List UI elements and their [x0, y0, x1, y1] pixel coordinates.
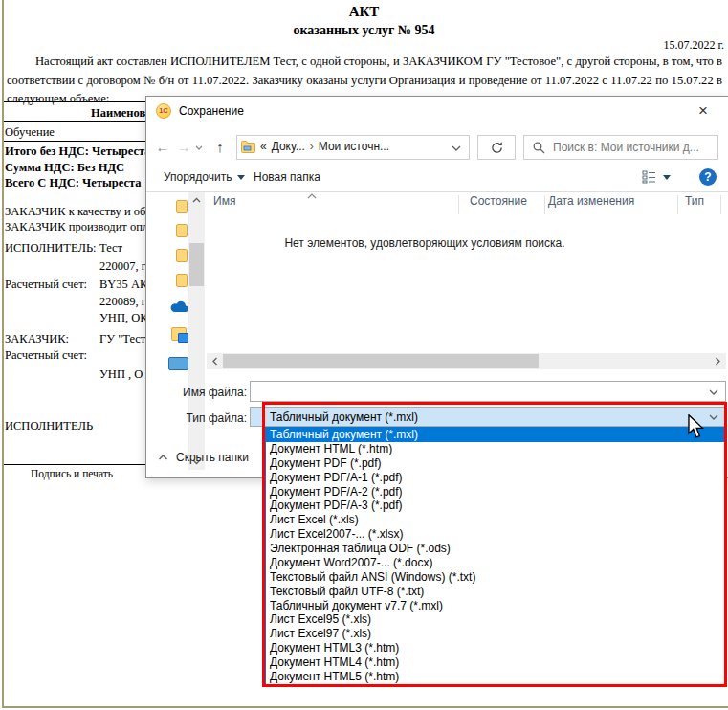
crumb-separator-icon: ›: [310, 140, 314, 153]
breadcrumb-my-sources[interactable]: Мои источн...: [319, 140, 389, 153]
filetype-select[interactable]: Табличный документ (*.mxl): [250, 407, 726, 427]
doc-executor-account: BY35 АК: [99, 277, 147, 292]
dropdown-item[interactable]: Табличный документ v7.7 (*.mxl): [266, 599, 724, 613]
scrollbar-thumb[interactable]: [223, 354, 539, 368]
dropdown-item[interactable]: Лист Excel97 (*.xls): [266, 627, 724, 641]
doc-executor-name: Тест: [99, 241, 122, 255]
scroll-left-icon[interactable]: [209, 353, 222, 369]
doc-sign-caption: Подпись и печать: [10, 468, 134, 479]
organize-label: Упорядочить: [164, 170, 232, 184]
organize-dropdown-icon: [237, 175, 245, 180]
hide-folders-button[interactable]: Скрыть папки: [158, 451, 249, 464]
scroll-up-icon[interactable]: [188, 192, 205, 209]
doc-executor-addr2: 220089, г: [99, 295, 146, 309]
doc-customer-unp: УНП , О: [99, 367, 143, 382]
doc-subtitle: оказанных услуг № 954: [0, 23, 728, 38]
dropdown-item[interactable]: Документ HTML5 (*.htm): [266, 670, 724, 684]
breadcrumb-documents[interactable]: Доку...: [272, 140, 305, 153]
navigation-pane-scrollbar[interactable]: [188, 192, 205, 470]
column-divider[interactable]: [458, 195, 459, 214]
navigation-pane: [146, 192, 188, 470]
column-divider[interactable]: [720, 195, 721, 214]
dropdown-item[interactable]: Документ Word2007-... (*.docx): [266, 556, 724, 570]
address-dropdown-chevron-icon[interactable]: [452, 144, 461, 152]
back-icon[interactable]: ←: [152, 135, 173, 160]
scroll-right-icon[interactable]: [711, 353, 724, 369]
doc-customer-account-label: Расчетный счет:: [5, 348, 87, 363]
column-header-status[interactable]: Состояние: [470, 194, 527, 208]
dropdown-item[interactable]: Документ PDF/A-1 (*.pdf): [266, 471, 724, 485]
new-folder-label: Новая папка: [254, 170, 320, 184]
search-input[interactable]: Поиск в: Мои источники д...: [553, 141, 714, 154]
details-view-icon: [642, 170, 657, 184]
dialog-toolbar: Упорядочить Новая папка ?: [146, 165, 728, 192]
mouse-cursor: [688, 414, 704, 439]
onedrive-icon[interactable]: [170, 300, 188, 313]
dropdown-item[interactable]: Лист Excel (*.xls): [266, 513, 724, 527]
empty-results-message: Нет элементов, удовлетворяющих условиям …: [205, 236, 645, 250]
signature-line: [4, 464, 145, 465]
close-icon[interactable]: ×: [684, 99, 722, 123]
hide-folders-label: Скрыть папки: [176, 451, 249, 464]
doc-date: 15.07.2022 г.: [0, 38, 724, 53]
filename-input[interactable]: [250, 381, 726, 402]
column-divider[interactable]: [544, 195, 545, 214]
dropdown-item[interactable]: Документ PDF/A-2 (*.pdf): [266, 485, 724, 499]
column-header-name[interactable]: Имя: [213, 194, 235, 208]
dropdown-item[interactable]: Текстовый файл UTF-8 (*.txt): [266, 585, 724, 599]
dropdown-item[interactable]: Электронная таблица ODF (*.ods): [266, 542, 724, 556]
filetype-selected-value: Табличный документ (*.mxl): [270, 410, 418, 424]
filetype-chevron-icon[interactable]: [709, 413, 718, 421]
doc-executor-unp: УНП, ОК: [99, 311, 148, 325]
forward-icon[interactable]: →: [173, 135, 194, 160]
doc-account-label: Расчетный счет:: [5, 277, 87, 292]
column-divider[interactable]: [677, 195, 678, 214]
dropdown-item[interactable]: Документ PDF (*.pdf): [266, 456, 724, 471]
doc-executor-addr: 220007, г: [99, 259, 146, 274]
column-header-date[interactable]: Дата изменения: [548, 194, 634, 208]
folder-icon[interactable]: [176, 249, 188, 262]
view-dropdown-icon: [663, 175, 671, 180]
folder-icon[interactable]: [176, 224, 188, 237]
address-bar[interactable]: « Доку... › Мои источн...: [236, 135, 470, 160]
history-chevron-icon[interactable]: [194, 135, 208, 160]
address-collapsed-crumbs[interactable]: «: [260, 140, 267, 153]
dropdown-item[interactable]: Документ HTML (*.htm): [266, 442, 724, 456]
scrollbar-thumb[interactable]: [189, 243, 204, 286]
folder-icon[interactable]: [176, 200, 188, 213]
dropdown-item[interactable]: Текстовый файл ANSI (Windows) (*.txt): [266, 570, 724, 585]
address-folder-icon: [241, 141, 255, 153]
dropdown-item[interactable]: Табличный документ (*.mxl): [266, 428, 724, 442]
doc-total-no-vat: Итого без НДС: Четыреста: [5, 144, 150, 159]
up-icon[interactable]: ↑: [210, 135, 231, 160]
doc-executor-sign: ИСПОЛНИТЕЛЬ: [5, 419, 93, 433]
dropdown-item[interactable]: Документ HTML4 (*.htm): [266, 655, 724, 670]
dialog-titlebar[interactable]: 1С Сохранение ×: [146, 97, 728, 125]
refresh-button[interactable]: [477, 135, 516, 160]
column-header-type[interactable]: Тип: [685, 194, 704, 208]
doc-executor-label: ИСПОЛНИТЕЛЬ:: [5, 241, 97, 255]
this-pc-icon[interactable]: [168, 357, 188, 370]
dropdown-item[interactable]: Документ HTML3 (*.htm): [266, 641, 724, 655]
filetype-dropdown-list: Табличный документ (*.mxl) Документ HTML…: [265, 427, 725, 685]
chevron-up-icon: [158, 454, 168, 461]
folder-icon[interactable]: [176, 274, 188, 287]
view-mode-button[interactable]: [642, 170, 671, 184]
doc-title: АКТ: [0, 4, 728, 20]
dropdown-item[interactable]: Лист Excel95 (*.xls): [266, 612, 724, 627]
doc-total-with-vat: Всего С НДС: Четыреста: [5, 176, 141, 190]
help-button[interactable]: ?: [699, 168, 717, 186]
doc-customer-label: ЗАКАЗЧИК:: [5, 332, 69, 346]
dropdown-item[interactable]: Лист Excel2007-... (*.xlsx): [266, 527, 724, 542]
search-box[interactable]: Поиск в: Мои источники д...: [523, 135, 718, 160]
save-dialog: 1С Сохранение × ← → ↑ « Доку... › Мои ис…: [145, 96, 728, 478]
file-list-hscrollbar[interactable]: [207, 353, 726, 369]
1c-app-icon: 1С: [156, 103, 171, 119]
dropdown-item[interactable]: Документ PDF/A-3 (*.pdf): [266, 499, 724, 513]
doc-vat-sum: Сумма НДС: Без НДС: [5, 161, 124, 175]
filename-chevron-icon[interactable]: [709, 388, 718, 396]
new-folder-button[interactable]: Новая папка: [254, 170, 320, 184]
desktop-folder-icon[interactable]: [171, 327, 187, 341]
organize-button[interactable]: Упорядочить: [164, 170, 245, 184]
doc-service-row: Обучение: [5, 125, 55, 140]
